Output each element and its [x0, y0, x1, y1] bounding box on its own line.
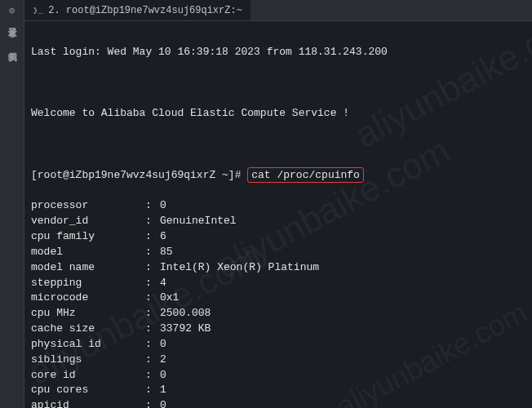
- cpuinfo-value: 85: [160, 245, 525, 260]
- cpuinfo-row: physical id: 0: [31, 337, 525, 353]
- cpuinfo-row: siblings: 2: [31, 353, 525, 368]
- cpuinfo-row: microcode: 0x1: [31, 290, 525, 306]
- cpuinfo-sep: :: [145, 276, 160, 291]
- cpuinfo-key: model: [31, 245, 145, 260]
- cpuinfo-sep: :: [145, 290, 160, 306]
- sidebar: ⊙ 最近登录 ≡ 我的实例: [0, 0, 24, 408]
- last-login-line: Last login: Wed May 10 16:39:18 2023 fro…: [31, 45, 525, 60]
- cpuinfo-sep: :: [145, 306, 160, 322]
- cpuinfo-row: core id: 0: [31, 368, 525, 384]
- cpuinfo-key: siblings: [31, 353, 145, 368]
- blank-line: [31, 137, 525, 153]
- cpuinfo-row: apicid: 0: [31, 398, 525, 408]
- cpuinfo-value: Intel(R) Xeon(R) Platinum: [160, 260, 525, 276]
- cpuinfo-value: 0x1: [160, 290, 525, 306]
- cpuinfo-row: cache size: 33792 KB: [31, 322, 525, 337]
- cpuinfo-sep: :: [145, 383, 160, 398]
- cpuinfo-sep: :: [145, 198, 160, 214]
- cpuinfo-value: 33792 KB: [160, 322, 525, 337]
- sidebar-item-my-instances[interactable]: ≡ 我的实例: [6, 30, 18, 45]
- cpuinfo-key: model name: [31, 260, 145, 276]
- titlebar: ❯_ 2. root@iZbp19ne7wvz4suj69qixrZ:~: [24, 0, 532, 21]
- entered-command: cat /proc/cpuinfo: [247, 167, 364, 183]
- cpuinfo-value: 0: [160, 337, 525, 353]
- cpuinfo-sep: :: [145, 229, 160, 245]
- cpuinfo-key: cpu cores: [31, 383, 145, 398]
- welcome-line: Welcome to Alibaba Cloud Elastic Compute…: [31, 106, 525, 122]
- cpuinfo-key: microcode: [31, 290, 145, 306]
- cpuinfo-key: cpu family: [31, 229, 145, 245]
- cpuinfo-key: apicid: [31, 398, 145, 408]
- cpuinfo-sep: :: [145, 353, 160, 368]
- cpuinfo-key: vendor_id: [31, 214, 145, 229]
- cpuinfo-row: model name: Intel(R) Xeon(R) Platinum: [31, 260, 525, 276]
- cpuinfo-sep: :: [145, 245, 160, 260]
- cpuinfo-value: 4: [160, 276, 525, 291]
- cpuinfo-row: processor: 0: [31, 198, 525, 214]
- cpuinfo-key: stepping: [31, 276, 145, 291]
- cpuinfo-row: cpu MHz: 2500.008: [31, 306, 525, 322]
- cpuinfo-row: vendor_id: GenuineIntel: [31, 214, 525, 229]
- cpuinfo-row: model: 85: [31, 245, 525, 260]
- cpuinfo-row: cpu cores: 1: [31, 383, 525, 398]
- cpuinfo-value: 1: [160, 383, 525, 398]
- prompt-line: [root@iZbp19ne7wvz4suj69qixrZ ~]# cat /p…: [31, 168, 525, 184]
- cpuinfo-value: 2: [160, 353, 525, 368]
- list-icon: ≡: [9, 30, 15, 42]
- cpuinfo-value: 0: [160, 368, 525, 384]
- cpuinfo-row: cpu family: 6: [31, 229, 525, 245]
- cpuinfo-key: core id: [31, 368, 145, 384]
- cpuinfo-key: cache size: [31, 322, 145, 337]
- clock-icon: ⊙: [9, 5, 15, 17]
- session-tab[interactable]: ❯_ 2. root@iZbp19ne7wvz4suj69qixrZ:~: [24, 0, 250, 20]
- cpuinfo-value: GenuineIntel: [160, 214, 525, 229]
- cpuinfo-sep: :: [145, 260, 160, 276]
- cpuinfo-value: 0: [160, 198, 525, 214]
- cpuinfo-sep: :: [145, 398, 160, 408]
- cpuinfo-key: processor: [31, 198, 145, 214]
- sidebar-item-recent-login[interactable]: ⊙ 最近登录: [6, 5, 18, 20]
- cpuinfo-key: physical id: [31, 337, 145, 353]
- cpuinfo-row: stepping: 4: [31, 276, 525, 291]
- cpuinfo-key: cpu MHz: [31, 306, 145, 322]
- cpuinfo-sep: :: [145, 368, 160, 384]
- cpuinfo-value: 2500.008: [160, 306, 525, 322]
- cpuinfo-sep: :: [145, 322, 160, 337]
- cpuinfo-value: 6: [160, 229, 525, 245]
- session-tab-title: 2. root@iZbp19ne7wvz4suj69qixrZ:~: [48, 5, 242, 16]
- blank-line: [31, 76, 525, 91]
- cpuinfo-sep: :: [145, 214, 160, 229]
- cpuinfo-value: 0: [160, 398, 525, 408]
- cpuinfo-sep: :: [145, 337, 160, 353]
- shell-prompt: [root@iZbp19ne7wvz4suj69qixrZ ~]#: [31, 169, 241, 181]
- terminal-icon: ❯_: [33, 5, 43, 16]
- terminal-output[interactable]: Last login: Wed May 10 16:39:18 2023 fro…: [24, 21, 532, 408]
